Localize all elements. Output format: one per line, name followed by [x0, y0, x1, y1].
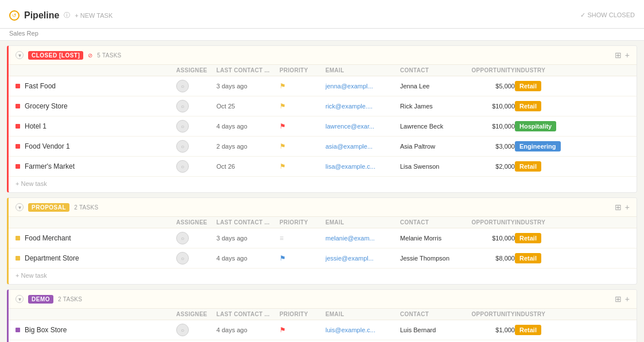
task-name-cell: Fast Food: [15, 82, 176, 90]
industry-badge[interactable]: Retail: [515, 81, 541, 91]
email-cell: jessie@exampl...: [325, 255, 400, 262]
industry-badge[interactable]: Retail: [515, 101, 541, 111]
table-row: Department Store ○ 4 days ago ⚑ jessie@e…: [9, 248, 637, 269]
section-header-demo: ▾ DEMO 2 TASKS ⊞ +: [9, 290, 637, 309]
grid-icon-proposal[interactable]: ⊞: [615, 203, 622, 212]
task-count-demo: 2 TASKS: [58, 296, 82, 302]
info-icon[interactable]: ⓘ: [64, 11, 70, 20]
task-dot: [15, 256, 20, 261]
table-row: Fast Food ○ 3 days ago ⚑ jenna@exampl...…: [9, 76, 637, 96]
last-contact: 4 days ago: [216, 123, 280, 130]
section-actions-proposal: ⊞ +: [615, 203, 630, 212]
section-closed-lost: ▾ CLOSED [LOST] ⊘ 5 TASKS ⊞ + ASSIGNEE L…: [7, 45, 637, 193]
add-icon-demo[interactable]: +: [625, 294, 630, 304]
priority-flag: ⚑: [280, 82, 325, 90]
opportunity-cell: $10,000: [457, 235, 515, 242]
table-row: Food Vendor 1 ○ 2 days ago ⚑ asia@exampl…: [9, 137, 637, 157]
collapse-proposal[interactable]: ▾: [15, 203, 24, 211]
assignee-avatar[interactable]: ○: [176, 120, 189, 133]
task-count-closed-lost: 5 TASKS: [97, 52, 121, 59]
assignee-avatar[interactable]: ○: [176, 140, 189, 153]
assignee-avatar[interactable]: ○: [176, 80, 189, 92]
assignee-avatar[interactable]: ○: [176, 232, 189, 244]
assignee-avatar[interactable]: ○: [176, 160, 189, 173]
last-contact: 4 days ago: [216, 255, 280, 262]
industry-badge[interactable]: Retail: [515, 233, 541, 243]
new-task-link-proposal[interactable]: + New task: [15, 272, 47, 279]
priority-flag: ⚑: [280, 254, 325, 262]
section-header-proposal: ▾ PROPOSAL 2 TASKS ⊞ +: [9, 198, 637, 217]
section-demo: ▾ DEMO 2 TASKS ⊞ + ASSIGNEE LAST CONTACT…: [7, 289, 637, 342]
table-row: Farmer's Market ○ Oct 26 ⚑ lisa@example.…: [9, 157, 637, 177]
task-dot: [15, 164, 20, 169]
priority-flag: ⚑: [280, 326, 325, 334]
priority-flag: ⚑: [280, 162, 325, 170]
task-name-cell: Grocery Store: [15, 102, 176, 110]
section-label-proposal: PROPOSAL: [28, 203, 69, 212]
email-cell: jenna@exampl...: [325, 83, 400, 90]
task-name-cell: Farmer's Market: [15, 162, 176, 170]
new-task-button[interactable]: + NEW TASK: [75, 12, 112, 19]
contact-cell: Jenna Lee: [400, 83, 457, 90]
section-label-closed-lost: CLOSED [LOST]: [28, 51, 83, 60]
opportunity-cell: $5,000: [457, 83, 515, 90]
show-closed-button[interactable]: ✓ SHOW CLOSED: [580, 11, 635, 19]
collapse-demo[interactable]: ▾: [15, 295, 24, 303]
priority-flag: ⚑: [280, 122, 325, 130]
task-name[interactable]: Grocery Store: [25, 102, 68, 110]
task-name[interactable]: Farmer's Market: [25, 162, 75, 170]
task-name[interactable]: Food Vendor 1: [25, 142, 70, 150]
task-name[interactable]: Fast Food: [25, 82, 56, 90]
contact-cell: Lisa Swenson: [400, 163, 457, 170]
add-icon-closed-lost[interactable]: +: [625, 50, 630, 60]
email-cell: luis@example.c...: [325, 327, 400, 333]
task-name[interactable]: Big Box Store: [25, 326, 67, 334]
contact-cell: Rick James: [400, 103, 457, 110]
section-actions-demo: ⊞ +: [615, 294, 630, 304]
col-headers-demo: ASSIGNEE LAST CONTACT ... PRIORITY EMAIL…: [9, 309, 637, 320]
priority-flag: ≡: [280, 234, 325, 242]
last-contact: Oct 25: [216, 103, 280, 110]
email-cell: lisa@example.c...: [325, 163, 400, 170]
last-contact: 3 days ago: [216, 235, 280, 242]
industry-badge[interactable]: Hospitality: [515, 121, 556, 131]
page-title: Pipeline: [24, 10, 59, 21]
new-task-row-closed-lost: + New task: [9, 177, 637, 192]
contact-cell: Luis Bernard: [400, 327, 457, 333]
task-dot: [15, 144, 20, 149]
task-dot: [15, 328, 20, 332]
grid-icon-closed-lost[interactable]: ⊞: [615, 50, 622, 60]
new-task-row-proposal: + New task: [9, 269, 637, 284]
task-name-cell: Food Vendor 1: [15, 142, 176, 150]
email-cell: melanie@exam...: [325, 235, 400, 242]
industry-badge[interactable]: Retail: [515, 161, 541, 172]
task-dot: [15, 236, 20, 240]
new-task-link-closed-lost[interactable]: + New task: [15, 180, 47, 187]
pipeline-icon: ↺: [9, 10, 20, 21]
grid-icon-demo[interactable]: ⊞: [615, 294, 622, 304]
task-name[interactable]: Department Store: [25, 254, 79, 262]
task-dot: [15, 84, 20, 88]
assignee-avatar[interactable]: ○: [176, 100, 189, 112]
table-row: Food Merchant ○ 3 days ago ≡ melanie@exa…: [9, 228, 637, 248]
industry-badge[interactable]: Retail: [515, 325, 541, 335]
task-name-cell: Hotel 1: [15, 122, 176, 130]
task-dot: [15, 104, 20, 108]
section-label-demo: DEMO: [28, 295, 53, 304]
assignee-avatar[interactable]: ○: [176, 252, 189, 265]
task-dot: [15, 124, 20, 129]
priority-flag: ⚑: [280, 142, 325, 150]
task-count-proposal: 2 TASKS: [74, 204, 98, 211]
last-contact: 3 days ago: [216, 83, 280, 90]
task-name-cell: Department Store: [15, 254, 176, 262]
collapse-closed-lost[interactable]: ▾: [15, 51, 24, 59]
assignee-avatar[interactable]: ○: [176, 324, 189, 336]
email-cell: rick@example....: [325, 103, 400, 110]
industry-badge[interactable]: Retail: [515, 253, 541, 263]
section-actions-closed-lost: ⊞ +: [615, 50, 630, 60]
industry-badge[interactable]: Engineering: [515, 141, 561, 151]
task-name[interactable]: Hotel 1: [25, 122, 46, 130]
task-name[interactable]: Food Merchant: [25, 234, 71, 242]
section-proposal: ▾ PROPOSAL 2 TASKS ⊞ + ASSIGNEE LAST CON…: [7, 197, 637, 285]
add-icon-proposal[interactable]: +: [625, 203, 630, 212]
